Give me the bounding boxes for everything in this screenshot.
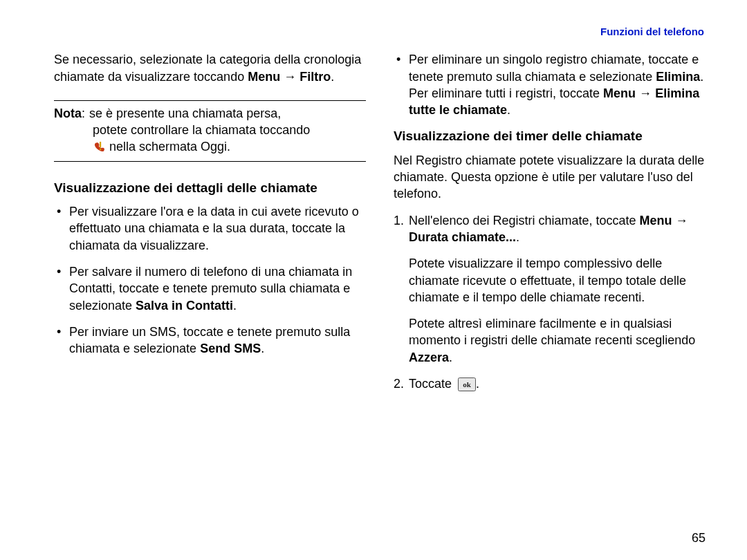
left-column: Se necessario, selezionate la categoria … — [54, 51, 366, 405]
svg-point-1 — [100, 148, 102, 150]
intro-menu-bold: Menu — [248, 70, 280, 84]
note-line1b: potete controllare la chiamata toccando — [93, 122, 366, 138]
header-section-title: Funzioni del telefono — [54, 25, 706, 39]
step1-sub2-post: . — [449, 351, 452, 364]
step2-pre: Toccate — [409, 377, 455, 391]
right-top-bullet-list: Per eliminare un singolo registro chiama… — [394, 51, 706, 118]
right-subheading: Visualizzazione dei timer delle chiamate — [394, 128, 706, 144]
right-intro: Nel Registro chiamate potete visualizzar… — [394, 152, 706, 203]
bullet-bold1: Elimina — [656, 70, 700, 84]
bullet-bold2: Menu — [603, 86, 636, 100]
bullet-post: . — [233, 299, 237, 312]
note-line2: nella schermata Oggi. — [109, 138, 230, 155]
left-bullet-1: Per visualizzare l'ora e la data in cui … — [69, 203, 366, 254]
step-number: 1. — [394, 212, 409, 366]
step1-sub2-bold: Azzera — [409, 351, 449, 364]
left-bullet-2: Per salvare il numero di telefono di una… — [69, 263, 366, 314]
left-bullet-list: Per visualizzare l'ora e la data in cui … — [54, 203, 366, 357]
step1-sub2: Potete altresì eliminare facilmente e in… — [409, 315, 706, 366]
step-1: 1. Nell'elenco dei Registri chiamate, to… — [394, 212, 706, 366]
right-numbered-list: 1. Nell'elenco dei Registri chiamate, to… — [394, 212, 706, 396]
intro-arrow: → — [280, 70, 299, 84]
intro-period: . — [331, 70, 334, 84]
intro-paragraph: Se necessario, selezionate la categoria … — [54, 51, 366, 85]
note-block: Nota: se è presente una chiamata persa, … — [54, 100, 366, 162]
right-top-bullet-1: Per eliminare un singolo registro chiama… — [409, 51, 706, 118]
step1-sub2-pre: Potete altresì eliminare facilmente e in… — [409, 317, 695, 347]
note-line1a: se è presente una chiamata persa, — [89, 105, 281, 122]
svg-text:ok: ok — [463, 380, 472, 389]
right-column: Per eliminare un singolo registro chiama… — [394, 51, 706, 405]
step1-sub1: Potete visualizzare il tempo complessivo… — [409, 255, 706, 306]
bullet-bold: Salva in Contatti — [136, 299, 233, 312]
bullet-bold: Send SMS — [200, 342, 261, 355]
step1-post: . — [516, 230, 519, 244]
step-number: 2. — [394, 375, 409, 395]
svg-rect-0 — [100, 142, 101, 147]
left-bullet-3: Per inviare un SMS, toccate e tenete pre… — [69, 324, 366, 357]
missed-call-icon — [93, 141, 105, 153]
page-number: 65 — [692, 530, 706, 546]
note-colon: : — [82, 105, 85, 122]
bullet-post: . — [261, 342, 264, 355]
bullet-arrow: → — [636, 86, 655, 100]
two-column-layout: Se necessario, selezionate la categoria … — [54, 51, 706, 405]
step-2: 2. Toccate ok . — [394, 375, 706, 395]
intro-filtro-bold: Filtro — [299, 70, 331, 84]
step1-pre: Nell'elenco dei Registri chiamate, tocca… — [409, 214, 640, 227]
left-subheading: Visualizzazione dei dettagli delle chiam… — [54, 180, 366, 196]
ok-icon: ok — [458, 377, 476, 395]
bullet-post: . — [507, 103, 510, 117]
note-label: Nota — [54, 105, 82, 122]
bullet-text: Per visualizzare l'ora e la data in cui … — [69, 205, 359, 252]
step2-post: . — [476, 377, 479, 391]
